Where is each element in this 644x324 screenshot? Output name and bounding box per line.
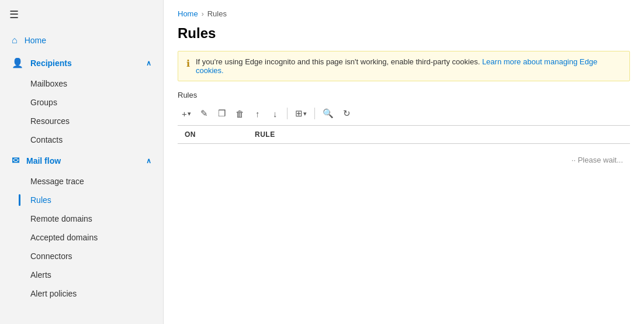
home-icon: ⌂ bbox=[12, 35, 18, 46]
rules-section-label: Rules bbox=[178, 91, 630, 99]
remote-domains-label: Remote domains bbox=[30, 214, 92, 223]
rules-table: ON RULE ·· Please wait... bbox=[178, 125, 630, 176]
col-rule-header: RULE bbox=[248, 126, 630, 143]
sidebar-item-recipients[interactable]: 👤 Recipients ∧ bbox=[0, 51, 163, 74]
sidebar-item-alert-policies[interactable]: Alert policies bbox=[0, 284, 163, 303]
groups-label: Groups bbox=[30, 98, 57, 107]
alert-banner: ℹ If you're using Edge incognito and thi… bbox=[178, 51, 630, 81]
sidebar-header: ☰ bbox=[0, 0, 163, 29]
refresh-icon: ↻ bbox=[343, 108, 351, 119]
toolbar: + ▾ ✎ ❒ 🗑 ↑ ↓ ⊞ ▾ bbox=[178, 103, 630, 124]
sidebar-item-connectors[interactable]: Connectors bbox=[0, 247, 163, 266]
loading-text: ·· Please wait... bbox=[178, 144, 630, 176]
delete-button[interactable]: 🗑 bbox=[231, 105, 248, 122]
sidebar-item-home[interactable]: ⌂ Home bbox=[0, 29, 163, 51]
connectors-label: Connectors bbox=[30, 251, 72, 261]
delete-icon: 🗑 bbox=[236, 109, 244, 119]
breadcrumb: Home › Rules bbox=[164, 0, 644, 20]
add-chevron-icon: ▾ bbox=[188, 110, 191, 118]
sidebar-item-mailflow[interactable]: ✉ Mail flow ∧ bbox=[0, 149, 163, 172]
table-header: ON RULE bbox=[178, 126, 630, 144]
info-icon: ℹ bbox=[186, 58, 190, 69]
rules-section: Rules + ▾ ✎ ❒ 🗑 ↑ ↓ ⊞ ▾ bbox=[164, 91, 644, 176]
edit-button[interactable]: ✎ bbox=[196, 105, 213, 122]
mailflow-icon: ✉ bbox=[12, 155, 19, 166]
mailflow-chevron-icon: ∧ bbox=[146, 157, 151, 165]
main-content: Home › Rules Rules ℹ If you're using Edg… bbox=[164, 0, 644, 324]
table-body: ·· Please wait... bbox=[178, 144, 630, 176]
columns-icon: ⊞ bbox=[295, 108, 303, 119]
breadcrumb-separator: › bbox=[202, 10, 204, 18]
sidebar-item-message-trace[interactable]: Message trace bbox=[0, 172, 163, 191]
sidebar-item-alerts[interactable]: Alerts bbox=[0, 266, 163, 284]
sidebar-item-mailboxes[interactable]: Mailboxes bbox=[0, 74, 163, 93]
columns-button[interactable]: ⊞ ▾ bbox=[291, 105, 311, 122]
columns-chevron-icon: ▾ bbox=[303, 110, 307, 118]
breadcrumb-current: Rules bbox=[207, 9, 227, 18]
sidebar-recipients-label: Recipients bbox=[30, 58, 72, 68]
search-icon: 🔍 bbox=[323, 108, 334, 119]
add-icon: + bbox=[182, 109, 187, 119]
sidebar-mailflow-label: Mail flow bbox=[26, 156, 61, 166]
col-on-header: ON bbox=[178, 126, 248, 143]
move-up-button[interactable]: ↑ bbox=[250, 105, 266, 122]
toolbar-divider-2 bbox=[314, 108, 315, 119]
sidebar: ☰ ⌂ Home 👤 Recipients ∧ Mailboxes Groups… bbox=[0, 0, 164, 324]
search-button[interactable]: 🔍 bbox=[318, 105, 338, 122]
mailboxes-label: Mailboxes bbox=[30, 79, 67, 88]
down-icon: ↓ bbox=[273, 109, 278, 119]
sidebar-item-remote-domains[interactable]: Remote domains bbox=[0, 209, 163, 228]
recipients-icon: 👤 bbox=[12, 57, 23, 68]
accepted-domains-label: Accepted domains bbox=[30, 233, 98, 242]
contacts-label: Contacts bbox=[30, 135, 63, 144]
refresh-button[interactable]: ↻ bbox=[339, 105, 355, 122]
breadcrumb-home[interactable]: Home bbox=[178, 9, 198, 18]
add-button[interactable]: + ▾ bbox=[178, 105, 195, 122]
sidebar-home-label: Home bbox=[25, 36, 46, 45]
page-title: Rules bbox=[164, 20, 644, 51]
hamburger-icon[interactable]: ☰ bbox=[9, 8, 19, 21]
up-icon: ↑ bbox=[255, 109, 260, 119]
copy-button[interactable]: ❒ bbox=[214, 105, 230, 122]
sidebar-item-contacts[interactable]: Contacts bbox=[0, 130, 163, 149]
sidebar-item-rules[interactable]: Rules bbox=[0, 191, 163, 209]
sidebar-item-resources[interactable]: Resources bbox=[0, 112, 163, 130]
rules-nav-label: Rules bbox=[30, 195, 51, 205]
move-down-button[interactable]: ↓ bbox=[267, 105, 283, 122]
recipients-chevron-icon: ∧ bbox=[146, 59, 151, 67]
alerts-label: Alerts bbox=[30, 270, 51, 280]
resources-label: Resources bbox=[30, 116, 70, 126]
message-trace-label: Message trace bbox=[30, 177, 84, 186]
alert-policies-label: Alert policies bbox=[30, 289, 77, 298]
edit-icon: ✎ bbox=[200, 108, 208, 119]
copy-icon: ❒ bbox=[218, 108, 226, 119]
toolbar-divider bbox=[287, 108, 288, 119]
alert-text: If you're using Edge incognito and this … bbox=[196, 57, 480, 66]
sidebar-item-groups[interactable]: Groups bbox=[0, 93, 163, 112]
sidebar-item-accepted-domains[interactable]: Accepted domains bbox=[0, 228, 163, 247]
